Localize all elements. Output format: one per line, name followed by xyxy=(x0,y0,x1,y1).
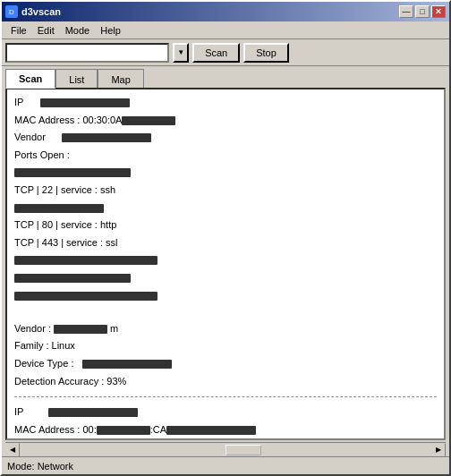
ports-open-label-1: Ports Open : xyxy=(14,148,437,164)
ip-line-1: IP xyxy=(14,95,437,111)
mac-label-2: MAC Address : 00: xyxy=(14,424,97,435)
close-button[interactable]: ✕ xyxy=(431,5,446,18)
family-line: Family : Linux xyxy=(14,338,437,354)
vendor-label-1: Vendor xyxy=(14,132,46,142)
menu-file[interactable]: File xyxy=(5,23,32,38)
scan-button[interactable]: Scan xyxy=(192,43,240,63)
window-controls: — □ ✕ xyxy=(399,5,446,18)
vendor-value-1 xyxy=(62,133,151,142)
scan-block-2: IP MAC Address : 00::CA Vendor ALFA Port… xyxy=(14,404,437,438)
port-line-http: TCP | 80 | service : http xyxy=(14,217,437,234)
main-window: D d3vscan — □ ✕ File Edit Mode Help ▼ Sc… xyxy=(0,0,451,476)
menu-bar: File Edit Mode Help xyxy=(2,21,449,39)
tabs-bar: Scan List Map xyxy=(2,66,449,88)
mac-redacted-2 xyxy=(97,426,150,435)
tab-scan[interactable]: Scan xyxy=(5,69,55,89)
block-separator xyxy=(14,396,437,397)
device-type-label: Device Type : xyxy=(14,358,73,369)
status-text: Mode: Network xyxy=(7,461,73,472)
scan-block-1: IP MAC Address : 00:30:0A Vendor Ports O… xyxy=(14,95,437,389)
mac-label-1: MAC Address : 00:30:0A xyxy=(14,115,122,125)
tab-list[interactable]: List xyxy=(55,69,98,89)
content-area: IP MAC Address : 00:30:0A Vendor Ports O… xyxy=(5,88,446,440)
vendor2-redacted xyxy=(54,325,107,334)
minimize-button[interactable]: — xyxy=(399,5,413,18)
window-title: d3vscan xyxy=(21,6,61,17)
scan-results[interactable]: IP MAC Address : 00:30:0A Vendor Ports O… xyxy=(7,89,444,438)
title-bar: D d3vscan — □ ✕ xyxy=(2,2,449,21)
port-line-ssh-pre xyxy=(14,165,437,181)
device-type-line: Device Type : xyxy=(14,356,437,372)
port-line-http-pre xyxy=(14,200,437,217)
ip-label-1: IP xyxy=(14,97,23,107)
mac-end-2 xyxy=(166,426,256,435)
tcp443-text: TCP | 443 | service : ssl xyxy=(14,237,118,248)
horizontal-scrollbar[interactable]: ◀ ▶ xyxy=(5,442,446,456)
menu-edit[interactable]: Edit xyxy=(32,23,60,38)
dropdown-button[interactable]: ▼ xyxy=(173,43,189,63)
ip-label-2: IP xyxy=(14,406,23,417)
port-http-pre xyxy=(14,204,104,213)
scroll-right-arrow[interactable]: ▶ xyxy=(431,443,446,457)
maximize-button[interactable]: □ xyxy=(415,5,430,18)
scroll-left-arrow[interactable]: ◀ xyxy=(5,443,20,457)
extra-line-3 xyxy=(14,288,437,304)
extra-line-2 xyxy=(14,270,437,286)
mac-redacted-1 xyxy=(122,116,175,125)
ip-line-2: IP xyxy=(14,404,437,421)
extra-redacted-1 xyxy=(14,256,157,265)
tcp80-text: TCP | 80 | service : http xyxy=(14,219,116,230)
scroll-h-thumb[interactable] xyxy=(226,445,261,455)
menu-help[interactable]: Help xyxy=(95,23,126,38)
mac-line-2: MAC Address : 00::CA xyxy=(14,422,437,438)
tab-map[interactable]: Map xyxy=(98,69,143,89)
vendor2-suffix: m xyxy=(110,323,118,334)
menu-mode[interactable]: Mode xyxy=(60,23,96,38)
accuracy-text: Detection Accuracy : 93% xyxy=(14,376,126,387)
tcp22-text: TCP | 22 | service : ssh xyxy=(14,184,115,195)
port-line-ssh: TCP | 22 | service : ssh xyxy=(14,183,437,199)
extra-redacted-3 xyxy=(14,292,157,301)
vendor-line-1: Vendor xyxy=(14,130,437,146)
stop-button[interactable]: Stop xyxy=(243,43,289,63)
family-text: Family : Linux xyxy=(14,340,75,351)
title-bar-left: D d3vscan xyxy=(5,5,61,18)
port-redacted-pre xyxy=(14,168,131,177)
toolbar: ▼ Scan Stop xyxy=(2,39,449,66)
app-icon: D xyxy=(5,5,18,18)
extra-line-1 xyxy=(14,252,437,268)
mac-line-1: MAC Address : 00:30:0A xyxy=(14,113,437,129)
extra-redacted-2 xyxy=(14,274,131,283)
ip-value-2 xyxy=(48,408,138,417)
mac-suffix-2: :CA xyxy=(150,424,166,435)
url-input[interactable] xyxy=(5,43,169,63)
vendor2-line: Vendor : m xyxy=(14,321,437,337)
port-line-ssl: TCP | 443 | service : ssl xyxy=(14,235,437,251)
scroll-h-track[interactable] xyxy=(20,444,431,456)
status-bar: Mode: Network xyxy=(2,456,449,474)
accuracy-line: Detection Accuracy : 93% xyxy=(14,374,437,390)
ip-value-1 xyxy=(40,98,130,107)
device-type-value xyxy=(82,360,172,369)
vendor2-label: Vendor : xyxy=(14,323,51,334)
